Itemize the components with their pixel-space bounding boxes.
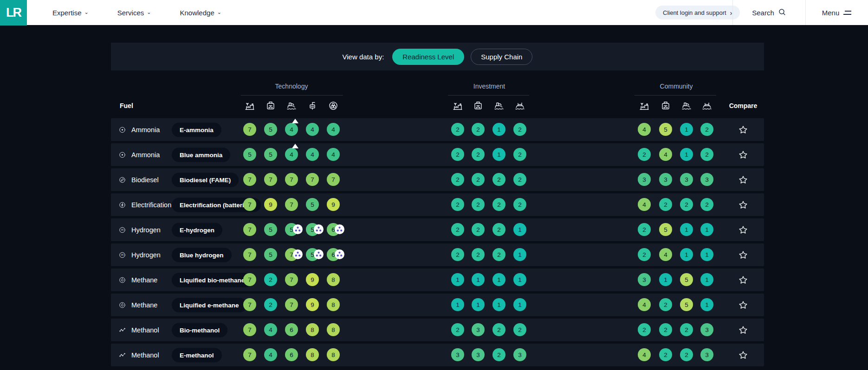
community-readiness-badge: 2 — [700, 148, 713, 161]
lr-logo-text: LR — [6, 6, 21, 20]
readiness-value: 2 — [476, 176, 480, 183]
readiness-value: 9 — [269, 201, 272, 208]
technology-readiness-badge: 7 — [285, 173, 298, 186]
readiness-value: 1 — [518, 226, 522, 233]
readiness-value: 2 — [497, 176, 501, 183]
readiness-value: 1 — [685, 251, 688, 258]
technology-readiness-badge: 6 — [285, 323, 298, 336]
compare-star-button[interactable] — [738, 175, 748, 185]
production-plant-icon — [452, 100, 463, 111]
investment-readiness-badge: 3 — [472, 323, 485, 336]
fuel-icon-methane — [118, 301, 126, 309]
investment-readiness-badge: 1 — [451, 273, 464, 286]
readiness-value: 7 — [248, 301, 252, 308]
compare-star-button[interactable] — [738, 150, 748, 160]
technology-readiness-badge: 4 — [327, 148, 340, 161]
fuel-name: Ammonia — [131, 151, 160, 159]
investment-readiness-badge: 3 — [513, 348, 526, 361]
readiness-value: 7 — [248, 226, 252, 233]
community-readiness-badge: 2 — [680, 323, 693, 336]
svg-text:H: H — [121, 228, 123, 231]
investment-readiness-badge: 2 — [513, 123, 526, 136]
readiness-value: 1 — [685, 226, 688, 233]
readiness-value: 3 — [518, 351, 522, 358]
fuel-icon-electrification — [118, 201, 126, 209]
compare-star-button[interactable] — [738, 300, 748, 310]
readiness-value: 5 — [248, 151, 252, 158]
toggle-readiness-level[interactable]: Readiness Level — [392, 49, 464, 65]
readiness-value: 2 — [685, 201, 688, 208]
readiness-value: 2 — [456, 251, 460, 258]
investment-readiness-badge: 2 — [472, 198, 485, 211]
readiness-value: 1 — [497, 301, 501, 308]
readiness-value: 4 — [269, 351, 272, 358]
compare-star-button[interactable] — [738, 325, 748, 335]
readiness-value: 1 — [664, 276, 667, 283]
fuel-icon-biodiesel — [118, 176, 126, 184]
readiness-value: 2 — [685, 326, 688, 333]
technology-readiness-badge: 4 — [327, 123, 340, 136]
technology-readiness-badge: 7 — [243, 298, 256, 311]
technology-readiness-badge: 7 — [243, 123, 256, 136]
readiness-value: 7 — [290, 301, 293, 308]
group-header-community: Community — [660, 83, 693, 90]
community-readiness-badge: 4 — [659, 148, 672, 161]
search-button[interactable]: Search — [732, 0, 805, 25]
investment-readiness-badge: 1 — [513, 273, 526, 286]
community-readiness-badge: 2 — [659, 298, 672, 311]
vessel-icon — [514, 100, 525, 111]
fuel-name: Hydrogen — [131, 251, 161, 259]
investment-readiness-badge: 1 — [472, 273, 485, 286]
readiness-value: 2 — [476, 201, 480, 208]
view-data-by-label: View data by: — [343, 53, 384, 61]
community-readiness-badge: 5 — [680, 273, 693, 286]
investment-readiness-badge: 2 — [513, 173, 526, 186]
top-navigation-bar: LR Expertise ⌄ Services ⌄ Knowledge ⌄ Cl… — [0, 0, 868, 25]
readiness-value: 7 — [248, 126, 252, 133]
compare-star-button[interactable] — [738, 125, 748, 135]
technology-readiness-badge: 7 — [243, 198, 256, 211]
technology-readiness-badge: 4 — [285, 148, 298, 161]
menu-button[interactable]: Menu — [805, 0, 868, 25]
toggle-supply-chain[interactable]: Supply Chain — [471, 49, 532, 65]
community-readiness-badge: 2 — [638, 248, 651, 261]
community-readiness-badge: 3 — [680, 173, 693, 186]
community-readiness-badge: 2 — [638, 323, 651, 336]
fuel-icon-hydrogen: H — [118, 226, 126, 234]
readiness-value: 4 — [642, 351, 646, 358]
readiness-value: 1 — [518, 251, 522, 258]
technology-readiness-badge: 2 — [264, 273, 277, 286]
compare-star-button[interactable] — [738, 250, 748, 260]
compare-star-button[interactable] — [738, 225, 748, 235]
engine-icon — [328, 100, 339, 111]
fuel-icon-ammonia — [118, 151, 126, 159]
readiness-value: 6 — [290, 326, 293, 333]
table-row: MethanolE-methanol7468833234223 — [111, 344, 764, 366]
fuel-icon-methanol — [118, 351, 126, 359]
bunkering-ship-icon — [286, 100, 297, 111]
readiness-value: 3 — [476, 351, 480, 358]
fuel-icon-methanol — [118, 326, 126, 334]
fuel-variant-pill: Liquified bio-methane — [172, 273, 253, 287]
readiness-value: 4 — [311, 151, 314, 158]
nav-item-knowledge[interactable]: Knowledge ⌄ — [180, 9, 221, 17]
compare-star-button[interactable] — [738, 200, 748, 210]
readiness-value: 1 — [705, 251, 709, 258]
nav-item-services[interactable]: Services ⌄ — [117, 9, 151, 17]
readiness-value: 4 — [664, 151, 667, 158]
readiness-value: 1 — [497, 151, 501, 158]
nav-item-expertise[interactable]: Expertise ⌄ — [52, 9, 89, 17]
readiness-value: 2 — [456, 326, 460, 333]
readiness-value: 7 — [331, 176, 335, 183]
group-underline — [241, 95, 343, 96]
compare-star-button[interactable] — [738, 275, 748, 285]
client-login-button[interactable]: Client login and support › — [655, 6, 740, 19]
technology-readiness-badge: 6 — [285, 348, 298, 361]
compare-star-button[interactable] — [738, 350, 748, 360]
bunkering-ship-icon — [493, 100, 505, 111]
lr-logo[interactable]: LR — [0, 0, 27, 26]
chevron-down-icon: ⌄ — [147, 9, 151, 15]
readiness-value: 2 — [518, 326, 522, 333]
production-plant-icon — [244, 100, 255, 111]
production-plant-icon — [639, 100, 650, 111]
